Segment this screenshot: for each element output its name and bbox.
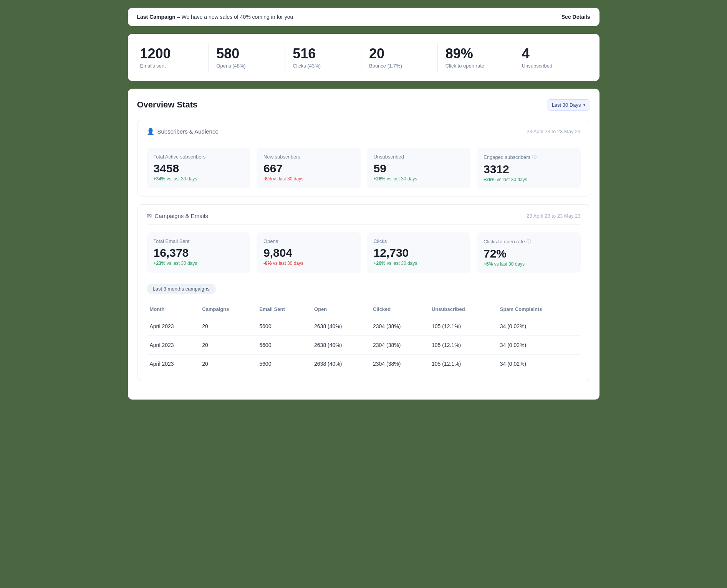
campaigns-section-title: ✉ Campaigns & Emails <box>147 212 208 220</box>
stat-value-unsubscribed: 4 <box>522 46 583 61</box>
info-icon-engaged[interactable]: ⓘ <box>532 154 537 160</box>
table-cell: 5600 <box>256 335 311 354</box>
change-text-total-active: vs last 30 days <box>167 176 197 182</box>
metric-change-total-active: +34% vs last 30 days <box>154 176 244 182</box>
subscribers-header: 👤 Subscribers & Audience 23 April 23 to … <box>147 128 581 140</box>
change-text-new-subscribers: vs last 30 days <box>273 176 303 182</box>
metric-new-subscribers: New subscribers 667 -8% vs last 30 days <box>257 148 361 188</box>
table-cell: 20 <box>199 354 256 373</box>
table-row: April 20232056002638 (40%)2304 (38%)105 … <box>147 317 581 335</box>
metric-value-new-subscribers: 667 <box>263 162 354 175</box>
table-cell: 2638 (40%) <box>311 354 370 373</box>
metric-label-clicks-open-rate: Clicks to open rate ⓘ <box>484 238 574 245</box>
table-row: April 20232056002638 (40%)2304 (38%)105 … <box>147 335 581 354</box>
mail-icon: ✉ <box>147 212 152 220</box>
table-cell: April 2023 <box>147 317 199 335</box>
metric-change-clicks-open-rate: +6% vs last 30 days <box>484 261 574 267</box>
metric-label-new-subscribers: New subscribers <box>263 154 354 160</box>
stat-bounce: 20 Bounce (1.7%) <box>361 43 438 72</box>
table-cell: April 2023 <box>147 335 199 354</box>
metric-label-unsubscribed-sub: Unsubscribed <box>374 154 464 160</box>
overview-section: Overview Stats Last 30 Days ▾ 👤 Subscrib… <box>128 89 599 400</box>
banner-message: – We have a new sales of 40% coming in f… <box>177 14 293 20</box>
subscribers-metrics-grid: Total Active subscribers 3458 +34% vs la… <box>147 148 581 188</box>
col-spam: Spam Complaints <box>497 302 581 317</box>
stat-value-opens: 580 <box>216 46 277 61</box>
stat-value-bounce: 20 <box>369 46 430 61</box>
overview-title: Overview Stats <box>137 100 198 110</box>
table-cell: 2304 (38%) <box>370 317 429 335</box>
stat-label-unsubscribed: Unsubscribed <box>522 63 583 69</box>
metric-label-engaged: Engaged subscribers ⓘ <box>484 154 574 160</box>
table-cell: 34 (0.02%) <box>497 335 581 354</box>
person-icon: 👤 <box>147 128 154 135</box>
stat-value-emails-sent: 1200 <box>140 46 201 61</box>
metric-label-total-email-sent: Total Email Sent <box>154 238 244 244</box>
stat-value-click-open-rate: 89% <box>445 46 506 61</box>
banner-text: Last Campaign – We have a new sales of 4… <box>137 14 293 20</box>
quick-stats-row: 1200 Emails sent 580 Opens (48%) 516 Cli… <box>128 34 599 81</box>
campaigns-section: ✉ Campaigns & Emails 23 April 23 to 23 M… <box>137 204 590 381</box>
metric-value-opens: 9,804 <box>263 246 354 259</box>
metric-value-unsubscribed-sub: 59 <box>374 162 464 175</box>
metric-value-clicks-campaign: 12,730 <box>374 246 464 259</box>
col-open: Open <box>311 302 370 317</box>
table-cell: 105 (12.1%) <box>429 354 497 373</box>
table-cell: 2304 (38%) <box>370 354 429 373</box>
stat-opens: 580 Opens (48%) <box>209 43 285 72</box>
stat-label-clicks: Clicks (43%) <box>293 63 353 69</box>
col-campaigns: Campaigns <box>199 302 256 317</box>
table-cell: 5600 <box>256 317 311 335</box>
overview-header: Overview Stats Last 30 Days ▾ <box>137 99 590 111</box>
period-label: Last 30 Days <box>552 102 581 108</box>
stat-label-emails-sent: Emails sent <box>140 63 201 69</box>
info-icon-clicks-open[interactable]: ⓘ <box>527 238 531 245</box>
stat-clicks: 516 Clicks (43%) <box>285 43 361 72</box>
col-month: Month <box>147 302 199 317</box>
metric-change-total-email-sent: +23% vs last 30 days <box>154 261 244 266</box>
metric-change-new-subscribers: -8% vs last 30 days <box>263 176 354 182</box>
metric-value-engaged: 3312 <box>484 163 574 175</box>
campaigns-badge: Last 3 months campaigns <box>147 284 216 294</box>
table-header-row: Month Campaigns Email Sent Open Clicked … <box>147 302 581 317</box>
table-cell: 2638 (40%) <box>311 335 370 354</box>
table-cell: 5600 <box>256 354 311 373</box>
table-cell: 2638 (40%) <box>311 317 370 335</box>
metric-total-active: Total Active subscribers 3458 +34% vs la… <box>147 148 251 188</box>
campaigns-title-text: Campaigns & Emails <box>155 213 208 219</box>
stat-label-click-open-rate: Click to open rate <box>445 63 506 69</box>
metric-change-clicks-campaign: +26% vs last 30 days <box>374 261 464 266</box>
see-details-link[interactable]: See Details <box>561 14 590 20</box>
metric-total-email-sent: Total Email Sent 16,378 +23% vs last 30 … <box>147 232 251 273</box>
metric-value-clicks-open-rate: 72% <box>484 247 574 260</box>
table-cell: 105 (12.1%) <box>429 335 497 354</box>
metric-value-total-email-sent: 16,378 <box>154 246 244 259</box>
metric-label-opens: Opens <box>263 238 354 244</box>
col-clicked: Clicked <box>370 302 429 317</box>
stat-emails-sent: 1200 Emails sent <box>137 43 209 72</box>
last-campaign-banner: Last Campaign – We have a new sales of 4… <box>128 8 599 26</box>
campaigns-header: ✉ Campaigns & Emails 23 April 23 to 23 M… <box>147 212 581 225</box>
table-cell: 20 <box>199 335 256 354</box>
metric-change-engaged: +26% vs last 30 days <box>484 177 574 182</box>
table-cell: 20 <box>199 317 256 335</box>
col-unsubscribed: Unsubscribed <box>429 302 497 317</box>
table-cell: 105 (12.1%) <box>429 317 497 335</box>
metric-clicks-to-open-rate: Clicks to open rate ⓘ 72% +6% vs last 30… <box>477 232 581 273</box>
metric-engaged: Engaged subscribers ⓘ 3312 +26% vs last … <box>477 148 581 188</box>
change-value-new-subscribers: -8% <box>263 176 272 182</box>
campaigns-date: 23 April 23 to 23 May 23 <box>527 213 580 219</box>
change-value-engaged: +26% <box>484 177 495 182</box>
change-value-total-active: +34% <box>154 176 166 182</box>
change-text-unsubscribed-sub: vs last 30 days <box>387 176 417 182</box>
banner-label: Last Campaign <box>137 14 176 20</box>
metric-opens: Opens 9,804 -8% vs last 30 days <box>257 232 361 273</box>
period-selector[interactable]: Last 30 Days ▾ <box>547 99 590 111</box>
stat-value-clicks: 516 <box>293 46 353 61</box>
col-email-sent: Email Sent <box>256 302 311 317</box>
metric-change-unsubscribed-sub: +26% vs last 30 days <box>374 176 464 182</box>
metric-clicks: Clicks 12,730 +26% vs last 30 days <box>367 232 471 273</box>
subscribers-title: 👤 Subscribers & Audience <box>147 128 219 135</box>
change-value-unsubscribed-sub: +26% <box>374 176 386 182</box>
stat-label-opens: Opens (48%) <box>216 63 277 69</box>
